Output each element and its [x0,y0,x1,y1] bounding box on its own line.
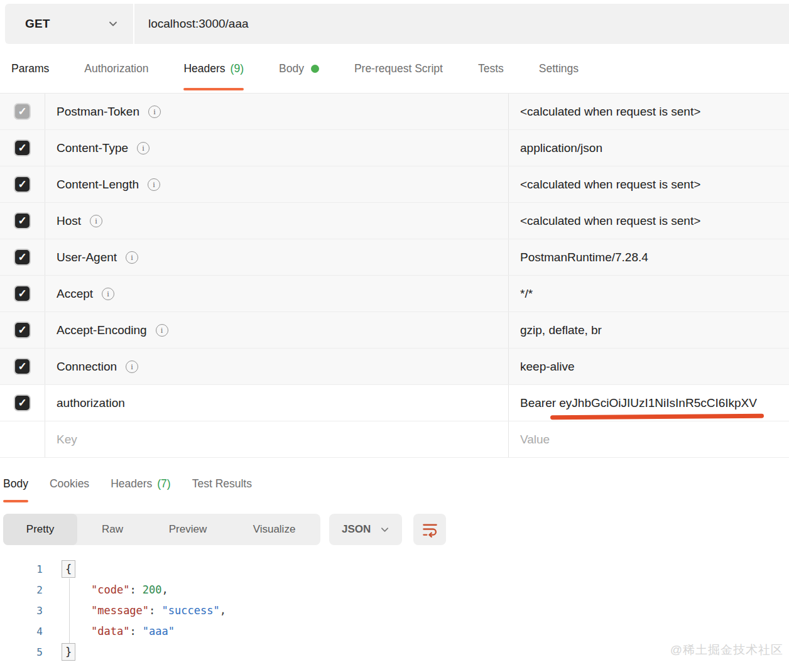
language-label: JSON [342,523,371,536]
tab-label: Cookies [50,477,89,490]
info-icon[interactable]: i [148,178,160,191]
info-icon[interactable]: i [102,288,114,300]
info-icon[interactable]: i [90,215,102,227]
response-tab-cookies[interactable]: Cookies [50,463,89,504]
header-enabled-checkbox[interactable]: ✓ [14,212,31,229]
header-enabled-checkbox[interactable]: ✓ [14,285,31,302]
checkbox-cell: ✓ [0,203,45,239]
view-mode-preview[interactable]: Preview [148,514,228,545]
header-key-cell[interactable]: Hosti [45,203,509,239]
header-key-cell[interactable]: Key [45,421,509,457]
token-punct: : [129,625,142,637]
header-key: Postman-Token [57,105,139,119]
header-value-cell[interactable]: <calculated when request is sent> [509,166,789,202]
tab-label: Test Results [192,477,252,490]
header-key-cell[interactable]: User-Agenti [45,239,509,275]
view-mode-switcher: PrettyRawPreviewVisualize [3,514,320,545]
response-tab-body[interactable]: Body [3,463,28,504]
header-value-cell[interactable]: gzip, deflate, br [509,312,789,348]
method-label: GET [25,17,50,31]
table-row: ✓Content-Typeiapplication/json [0,130,789,166]
key-input-placeholder: Key [57,433,77,447]
header-key: Content-Length [57,178,139,192]
unsaved-indicator-dot [311,65,319,73]
header-value: <calculated when request is sent> [520,105,700,119]
wrap-text-icon [422,521,438,538]
request-tab-tests[interactable]: Tests [478,44,504,93]
header-key: Connection [57,360,117,374]
token-key: "message" [91,604,149,617]
header-key-cell[interactable]: Connectioni [45,349,509,384]
tab-count-badge: (7) [157,477,170,490]
active-tab-underline [183,88,244,90]
header-key-cell[interactable]: Accept-Encodingi [45,312,509,348]
header-key-cell[interactable]: Postman-Tokeni [45,94,509,129]
view-mode-pretty[interactable]: Pretty [3,514,77,545]
table-row: ✓authorizationBearer eyJhbGciOiJIUzI1NiI… [0,385,789,421]
header-value: PostmanRuntime/7.28.4 [520,251,648,264]
line-content: } [43,642,75,663]
table-row: ✓Hosti<calculated when request is sent> [0,203,789,239]
request-tab-settings[interactable]: Settings [539,44,579,93]
header-value-cell[interactable]: PostmanRuntime/7.28.4 [509,239,789,275]
request-tab-params[interactable]: Params [11,44,49,93]
header-value-cell[interactable]: */* [509,276,789,312]
header-value-cell[interactable]: <calculated when request is sent> [509,203,789,239]
header-enabled-checkbox[interactable]: ✓ [14,322,31,339]
tab-label: Pre-request Script [354,62,443,75]
url-input[interactable] [134,16,789,31]
language-dropdown[interactable]: JSON [329,514,402,545]
header-value: <calculated when request is sent> [520,178,700,192]
header-value: <calculated when request is sent> [520,214,700,228]
header-value: */* [520,287,533,301]
info-icon[interactable]: i [137,142,150,154]
table-row: ✓User-AgentiPostmanRuntime/7.28.4 [0,239,789,276]
header-enabled-checkbox[interactable]: ✓ [14,358,31,375]
info-icon[interactable]: i [156,324,168,337]
checkbox-cell: ✓ [0,349,45,384]
table-row: ✓Connectionikeep-alive [0,349,789,385]
header-key-cell[interactable]: Content-Lengthi [45,166,509,202]
view-mode-visualize[interactable]: Visualize [228,514,320,545]
chevron-down-icon [108,19,118,29]
wrap-text-button[interactable] [413,514,446,545]
request-tab-headers[interactable]: Headers(9) [183,44,244,93]
info-icon[interactable]: i [126,360,138,373]
response-tab-test-results[interactable]: Test Results [192,463,252,504]
info-icon[interactable]: i [148,106,161,118]
header-value-cell[interactable]: <calculated when request is sent> [509,94,789,129]
header-enabled-checkbox[interactable]: ✓ [14,139,31,156]
code-line: 3 "message": "success", [0,600,789,621]
response-tab-headers[interactable]: Headers(7) [111,463,171,504]
tab-count-badge: (9) [231,62,244,75]
header-key-cell[interactable]: authorization [45,385,509,421]
view-mode-raw[interactable]: Raw [77,514,148,545]
line-number: 2 [0,580,43,600]
header-value-cell[interactable]: Value [509,421,789,457]
line-content: "code": 200, [43,580,168,600]
line-content: { [43,559,75,580]
header-enabled-checkbox[interactable]: ✓ [14,394,31,411]
info-icon[interactable]: i [126,251,138,264]
tab-label: Body [279,62,304,75]
header-enabled-checkbox[interactable]: ✓ [14,176,31,193]
tab-label: Settings [539,62,579,75]
header-value-cell[interactable]: application/json [509,130,789,166]
header-enabled-checkbox[interactable]: ✓ [14,249,31,266]
checkbox-cell: ✓ [0,276,45,312]
header-value: application/json [520,141,602,155]
checkbox-cell: ✓ [0,239,45,275]
request-tab-authorization[interactable]: Authorization [84,44,148,93]
request-tab-body[interactable]: Body [279,44,319,93]
code-line: 4 "data": "aaa" [0,621,789,642]
line-number: 3 [0,600,43,621]
header-value-cell[interactable]: keep-alive [509,349,789,384]
header-key-cell[interactable]: Content-Typei [45,130,509,166]
checkbox-cell: ✓ [0,166,45,202]
header-key: User-Agent [57,251,117,264]
header-value: keep-alive [520,360,575,374]
header-value-cell[interactable]: Bearer eyJhbGciOiJIUzI1NiIsInR5cCI6IkpXV [509,385,789,421]
header-key-cell[interactable]: Accepti [45,276,509,312]
request-tab-pre-request-script[interactable]: Pre-request Script [354,44,443,93]
method-dropdown[interactable]: GET [5,4,133,44]
